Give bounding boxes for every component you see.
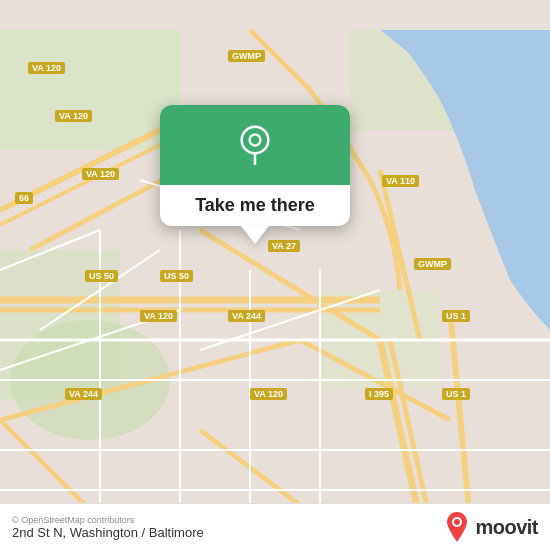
map-tooltip: Take me there [160, 105, 350, 244]
road-label-va120-4: VA 120 [140, 310, 177, 322]
road-label-va120-3: VA 120 [82, 168, 119, 180]
take-me-there-button[interactable]: Take me there [195, 195, 315, 215]
road-label-us1-2: US 1 [442, 388, 470, 400]
location-pin-icon [235, 125, 275, 165]
svg-point-35 [251, 136, 259, 144]
road-label-va244-2: VA 244 [65, 388, 102, 400]
road-label-va120-2: VA 120 [55, 110, 92, 122]
road-label-gwmp-2: GWMP [414, 258, 451, 270]
road-label-66: 66 [15, 192, 33, 204]
road-label-gwmp-1: GWMP [228, 50, 265, 62]
tooltip-arrow [241, 226, 269, 244]
road-label-i395: I 395 [365, 388, 393, 400]
bottom-left: © OpenStreetMap contributors 2nd St N, W… [12, 515, 204, 540]
svg-point-37 [454, 519, 460, 525]
road-label-va120-5: VA 120 [250, 388, 287, 400]
location-text: 2nd St N, Washington / Baltimore [12, 525, 204, 540]
moovit-pin-icon [445, 512, 469, 542]
road-label-va244: VA 244 [228, 310, 265, 322]
moovit-logo: moovit [445, 512, 538, 542]
copyright-text: © OpenStreetMap contributors [12, 515, 204, 525]
road-label-va120-1: VA 120 [28, 62, 65, 74]
moovit-brand-text: moovit [475, 516, 538, 539]
tooltip-text-area[interactable]: Take me there [160, 185, 350, 226]
bottom-bar: © OpenStreetMap contributors 2nd St N, W… [0, 503, 550, 550]
map-container: VA 120 VA 120 VA 120 GWMP GWMP VA 110 VA… [0, 0, 550, 550]
road-label-us50-2: US 50 [160, 270, 193, 282]
tooltip-bubble: Take me there [160, 105, 350, 226]
road-label-us50-1: US 50 [85, 270, 118, 282]
map-background [0, 0, 550, 550]
road-label-va110: VA 110 [382, 175, 419, 187]
road-label-us1: US 1 [442, 310, 470, 322]
tooltip-green-header [160, 105, 350, 185]
